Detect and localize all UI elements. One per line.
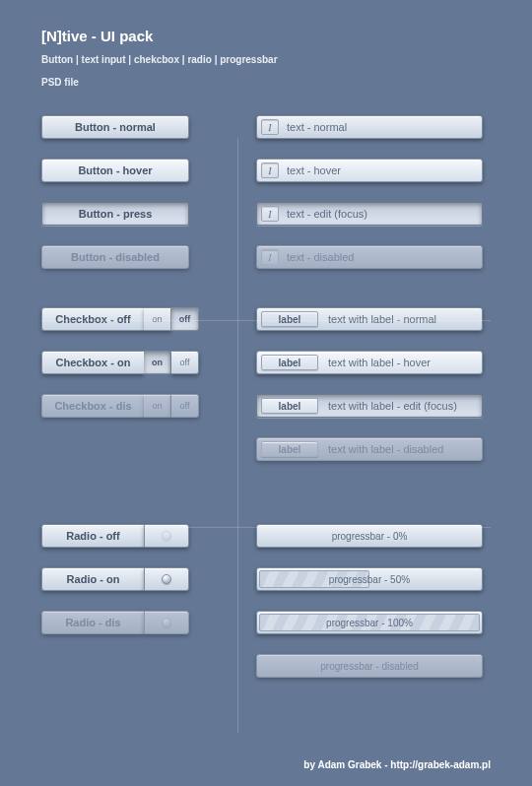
progress-label: progressbar - 0%	[332, 531, 408, 542]
textinput-value: text - disabled	[287, 251, 354, 263]
textinput-normal[interactable]: I text - normal	[256, 115, 483, 139]
label-tag: label	[261, 355, 318, 370]
checkbox-on-pill[interactable]: on	[144, 351, 171, 374]
file-type: PSD file	[41, 77, 491, 88]
labelinput-hover[interactable]: label text with label - hover	[256, 351, 483, 374]
labelinput-value: text with label - normal	[328, 313, 436, 325]
checkbox-disabled: Checkbox - dis on off	[41, 394, 199, 418]
labelinput-disabled: label text with label - disabled	[256, 437, 483, 461]
textinput-focus[interactable]: I text - edit (focus)	[256, 202, 483, 226]
button-press[interactable]: Button - press	[41, 202, 189, 226]
radio-disabled: Radio - dis	[41, 611, 189, 634]
checkbox-off-pill: off	[171, 394, 199, 418]
progress-label: progressbar - 50%	[329, 574, 410, 585]
radio-label: Radio - dis	[41, 611, 144, 634]
divider-horizontal	[41, 320, 491, 321]
progressbar-100: progressbar - 100%	[256, 611, 483, 634]
progress-label: progressbar - disabled	[320, 661, 419, 672]
textinput-hover[interactable]: I text - hover	[256, 159, 483, 182]
radio-dot-icon	[162, 531, 171, 541]
checkbox-label: Checkbox - off	[41, 307, 144, 331]
labelinput-normal[interactable]: label text with label - normal	[256, 307, 483, 331]
text-cursor-icon: I	[261, 249, 279, 265]
text-cursor-icon: I	[261, 206, 279, 222]
checkbox-off-pill[interactable]: off	[171, 351, 199, 374]
checkbox-on-pill: on	[144, 394, 171, 418]
textinput-value: text - normal	[287, 121, 347, 133]
checkbox-off-pill[interactable]: off	[171, 307, 199, 331]
checkbox-on-pill[interactable]: on	[144, 307, 171, 331]
page-title: [N]tive - UI pack	[41, 28, 491, 44]
checkbox-label: Checkbox - dis	[41, 394, 144, 418]
radio-dot-icon	[162, 618, 171, 627]
textinput-value: text - hover	[287, 164, 341, 176]
labelinput-value: text with label - edit (focus)	[328, 400, 457, 412]
labelinput-focus[interactable]: label text with label - edit (focus)	[256, 394, 483, 418]
radio-on[interactable]: Radio - on	[41, 567, 189, 591]
page-subtitle: Button | text input | chekcbox | radio |…	[41, 54, 491, 65]
button-disabled: Button - disabled	[41, 245, 189, 269]
textinput-value: text - edit (focus)	[287, 208, 367, 220]
button-hover[interactable]: Button - hover	[41, 159, 189, 182]
progressbar-disabled: progressbar - disabled	[256, 654, 483, 678]
progress-label: progressbar - 100%	[326, 618, 413, 628]
footer-credit: by Adam Grabek - http://grabek-adam.pl	[303, 759, 491, 770]
progressbar-50: progressbar - 50%	[256, 567, 483, 591]
labelinput-value: text with label - disabled	[328, 443, 443, 455]
radio-indicator	[144, 611, 189, 634]
divider-vertical	[237, 138, 238, 733]
button-normal[interactable]: Button - normal	[41, 115, 189, 139]
label-tag: label	[261, 398, 318, 414]
radio-dot-icon	[162, 574, 171, 584]
labelinput-value: text with label - hover	[328, 357, 431, 368]
checkbox-off[interactable]: Checkbox - off on off	[41, 307, 199, 331]
divider-horizontal	[41, 527, 491, 528]
label-tag: label	[261, 441, 318, 457]
checkbox-on[interactable]: Checkbox - on on off	[41, 351, 199, 374]
checkbox-label: Checkbox - on	[41, 351, 144, 374]
radio-indicator[interactable]	[144, 567, 189, 591]
text-cursor-icon: I	[261, 119, 279, 135]
label-tag: label	[261, 311, 318, 327]
text-cursor-icon: I	[261, 163, 279, 178]
radio-label: Radio - on	[41, 567, 144, 591]
textinput-disabled: I text - disabled	[256, 245, 483, 269]
